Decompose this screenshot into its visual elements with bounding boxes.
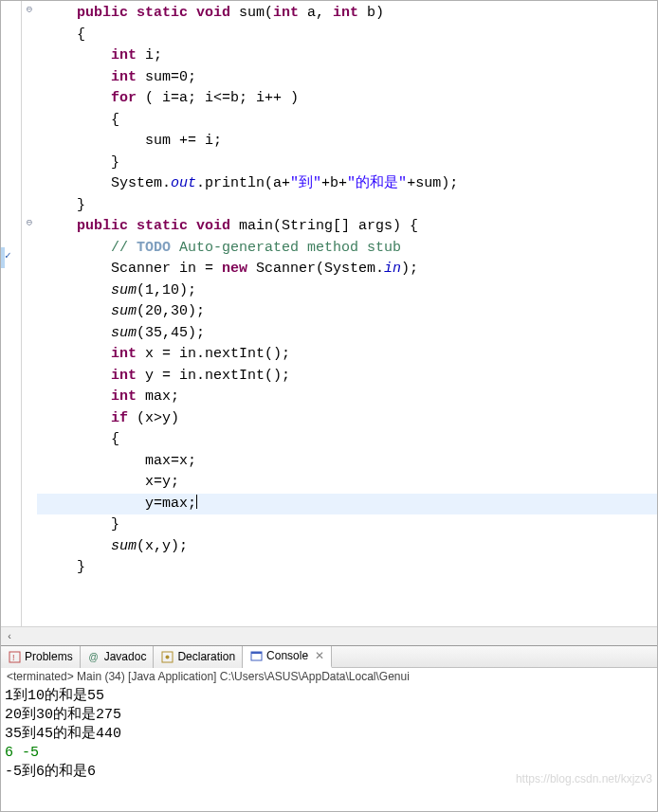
tab-console[interactable]: Console✕ xyxy=(243,646,332,668)
problems-icon: ! xyxy=(8,650,21,663)
code-line[interactable]: sum += i; xyxy=(37,131,657,153)
console-icon xyxy=(249,649,263,662)
fold-collapse-icon[interactable]: ⊖ xyxy=(24,216,35,227)
code-line[interactable]: System.out.println(a+"到"+b+"的和是"+sum); xyxy=(37,173,657,195)
console-line: 20到30的和是275 xyxy=(5,706,653,725)
console-line: 6 -5 xyxy=(5,744,653,763)
fold-collapse-icon[interactable]: ⊖ xyxy=(24,3,35,14)
tab-javadoc[interactable]: @Javadoc xyxy=(81,646,155,668)
code-line[interactable]: int y = in.nextInt(); xyxy=(37,366,657,388)
code-line[interactable]: y=max; xyxy=(37,494,657,515)
code-line[interactable]: if (x>y) xyxy=(37,408,657,430)
code-line[interactable]: public static void main(String[] args) { xyxy=(37,216,657,238)
code-line[interactable]: { xyxy=(37,110,657,132)
code-line[interactable]: sum(35,45); xyxy=(37,323,657,345)
code-line[interactable]: int max; xyxy=(37,387,657,408)
code-line[interactable]: } xyxy=(37,557,657,579)
code-line[interactable]: } xyxy=(37,195,657,217)
declaration-icon xyxy=(160,650,174,663)
console-line: 35到45的和是440 xyxy=(5,725,653,744)
javadoc-icon: @ xyxy=(87,650,101,663)
svg-text:!: ! xyxy=(12,653,15,662)
bottom-tabs: !Problems@JavadocDeclarationConsole✕ xyxy=(1,645,657,668)
code-line[interactable]: { xyxy=(37,25,657,46)
code-line[interactable]: x=y; xyxy=(37,472,657,494)
svg-point-3 xyxy=(165,655,169,659)
checkmark-icon: ✓ xyxy=(5,249,16,261)
code-line[interactable]: sum(1,10); xyxy=(37,280,657,302)
code-line[interactable]: int i; xyxy=(37,45,657,67)
code-line[interactable]: int x = in.nextInt(); xyxy=(37,344,657,366)
code-line[interactable]: public static void sum(int a, int b) xyxy=(37,3,657,25)
code-line[interactable]: // TODO Auto-generated method stub xyxy=(37,238,657,260)
console-status: <terminated> Main (34) [Java Application… xyxy=(1,668,657,687)
code-line[interactable]: } xyxy=(37,153,657,174)
text-cursor xyxy=(196,495,197,509)
tab-label: Declaration xyxy=(177,650,235,663)
tab-label: Problems xyxy=(25,650,73,663)
close-icon[interactable]: ✕ xyxy=(312,649,324,662)
console-line: 1到10的和是55 xyxy=(5,687,653,706)
code-line[interactable]: sum(x,y); xyxy=(37,536,657,558)
tab-declaration[interactable]: Declaration xyxy=(154,646,243,668)
code-line[interactable]: int sum=0; xyxy=(37,67,657,89)
editor-gutter xyxy=(1,1,22,626)
svg-rect-5 xyxy=(251,652,262,654)
tab-label: Console xyxy=(266,649,308,662)
code-line[interactable]: Scanner in = new Scanner(System.in); xyxy=(37,259,657,280)
code-line[interactable]: sum(20,30); xyxy=(37,301,657,323)
code-line[interactable]: max=x; xyxy=(37,451,657,473)
code-editor[interactable]: ⊖⊖ ✓ public static void sum(int a, int b… xyxy=(1,1,657,626)
console-output[interactable]: 1到10的和是5520到30的和是27535到45的和是4406 -5-5到6的… xyxy=(1,687,657,782)
code-line[interactable]: for ( i=a; i<=b; i++ ) xyxy=(37,88,657,110)
code-line[interactable]: { xyxy=(37,429,657,451)
code-line[interactable]: } xyxy=(37,514,657,536)
tab-label: Javadoc xyxy=(104,650,147,663)
tab-problems[interactable]: !Problems xyxy=(1,646,81,668)
horizontal-scrollbar[interactable]: ‹ xyxy=(1,626,657,645)
console-line: -5到6的和是6 xyxy=(5,763,653,782)
code-content[interactable]: public static void sum(int a, int b) { i… xyxy=(37,1,657,579)
scroll-left-arrow[interactable]: ‹ xyxy=(1,628,18,645)
